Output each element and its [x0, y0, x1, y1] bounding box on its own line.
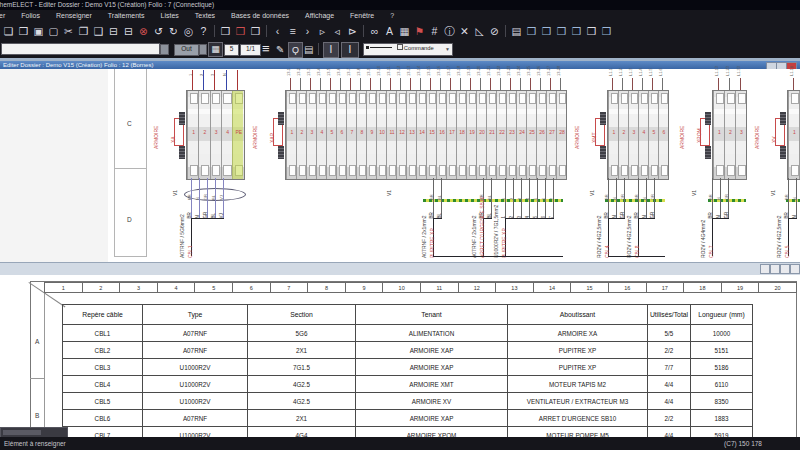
window-close-icon[interactable]: ❒: [233, 23, 248, 39]
menu-item-listes[interactable]: Listes: [153, 10, 187, 22]
terminal-number: 26: [537, 129, 547, 135]
scale-field[interactable]: 5: [224, 44, 239, 56]
drop-wire-label: 2: [510, 198, 514, 200]
menu-item-textes[interactable]: Textes: [187, 10, 223, 22]
cut-icon[interactable]: ✂: [61, 23, 76, 39]
folio-list-icon[interactable]: ≡: [285, 23, 300, 39]
form-window-2-icon[interactable]: ❒: [539, 23, 554, 39]
terminal-number: 22: [497, 129, 507, 135]
scroll-first-button[interactable]: [760, 264, 770, 274]
line-sample: [370, 47, 392, 48]
menu-item-traitements[interactable]: Traitements: [100, 10, 153, 22]
table-row: CBL5U1000R2V4G2.5ARMOIRE XVVENTILATEUR /…: [63, 393, 753, 410]
wire-style-combobox[interactable]: Commande ▼: [363, 43, 453, 56]
folio-border-line: [146, 69, 147, 257]
menu-item-affichage[interactable]: Affichage: [297, 10, 342, 22]
cable-dest-label: PUPITRE XP: [430, 228, 435, 258]
undo-icon[interactable]: ↺: [151, 23, 166, 39]
scroll-last-button[interactable]: [790, 264, 800, 274]
grid-toggle-button[interactable]: ▦: [208, 42, 223, 57]
wire-label: 13-4: [317, 68, 321, 76]
pencil-icon[interactable]: ✎: [276, 42, 284, 57]
menu-item-renseigner[interactable]: Renseigner: [48, 10, 100, 22]
print-setup-icon[interactable]: ⊟: [121, 23, 136, 39]
status-bar: Elément à renseigner (C7) 150 178: [0, 437, 800, 450]
link-component-icon[interactable]: ∞: [367, 23, 382, 39]
clipboard-form-icon[interactable]: ▤: [509, 23, 524, 39]
form-window-5-icon[interactable]: ❒: [584, 23, 599, 39]
out-field[interactable]: Out: [174, 44, 199, 56]
terminal-number: 4: [317, 129, 327, 135]
hamburger-icon[interactable]: ≡: [262, 40, 270, 58]
table-cell: CBL5: [63, 393, 143, 410]
main-toolbar: ❏❒▣▢✂❐❑⊟⊟⊗↺↻◎?❒❒❒‹≡›▹◃⊳∞A▦⚑#ⓘ✕◺⊘▤❒❒❒❒❒❒: [0, 22, 800, 40]
save-icon[interactable]: ▣: [31, 23, 46, 39]
grid-column-number: 19: [722, 282, 760, 293]
chevron-down-icon[interactable]: ▼: [445, 46, 450, 52]
style-checkbox[interactable]: [397, 44, 403, 50]
table-row: CBL1A07RNF5G6ALIMENTATIONARMOIRE XA5/510…: [63, 325, 753, 342]
row-separator: [30, 378, 44, 379]
book-icon[interactable]: ▤: [304, 42, 313, 57]
form-window-6-icon[interactable]: ❒: [599, 23, 614, 39]
target-icon[interactable]: ◎: [181, 23, 196, 39]
redo-icon[interactable]: ↻: [166, 23, 181, 39]
line-tool-icon[interactable]: I: [323, 42, 339, 58]
menu-item-folios[interactable]: Folios: [13, 10, 48, 22]
out-button[interactable]: [199, 44, 207, 55]
form-window-4-icon[interactable]: ❒: [569, 23, 584, 39]
horizontal-scrollbar[interactable]: [0, 262, 800, 275]
wire-collector-bar: [788, 218, 797, 219]
drop-wire-label: BL: [488, 195, 492, 200]
pointer-send-icon[interactable]: ⊳: [345, 23, 360, 39]
line-circle-tool-icon[interactable]: I: [341, 42, 359, 58]
table-cell: U1000R2V: [143, 393, 248, 410]
selection-marquee-icon[interactable]: ▢: [46, 23, 61, 39]
component-combobox[interactable]: [1, 43, 160, 55]
symbol-box-icon[interactable]: ▦: [397, 23, 412, 39]
help-icon[interactable]: ?: [196, 23, 211, 39]
form-window-1-icon[interactable]: ❒: [524, 23, 539, 39]
text-tool-icon[interactable]: A: [382, 23, 397, 39]
erase-icon[interactable]: ✕: [457, 23, 472, 39]
drop-wire-label: BL: [438, 195, 442, 200]
pages-field[interactable]: 1/1: [240, 44, 261, 56]
form-window-3-icon[interactable]: ❒: [554, 23, 569, 39]
window-title: SchemELECT - Editer Dossier : Demo V15 (…: [0, 0, 214, 10]
cable-run-name: V1: [771, 190, 776, 196]
print-icon[interactable]: ⊟: [106, 23, 121, 39]
window-save-icon[interactable]: ❒: [248, 23, 263, 39]
window-normal-icon[interactable]: ❒: [218, 23, 233, 39]
copy-icon[interactable]: ❐: [76, 23, 91, 39]
rail-end-stop: [179, 112, 185, 125]
set-square-icon[interactable]: ◺: [472, 23, 487, 39]
pointer-flag-icon[interactable]: ◃: [330, 23, 345, 39]
scroll-prev-button[interactable]: [770, 264, 780, 274]
delete-icon[interactable]: ⊗: [136, 23, 151, 39]
previous-folio-icon[interactable]: ‹: [270, 23, 285, 39]
menu-item-?[interactable]: ?: [382, 10, 402, 22]
info-icon[interactable]: ⓘ: [442, 23, 457, 39]
paste-icon[interactable]: ❑: [91, 23, 106, 39]
table-cell: VENTILATEUR / EXTRACTEUR M3: [508, 393, 648, 410]
terminal-number: 1: [188, 129, 199, 135]
grid-icon[interactable]: #: [427, 23, 442, 39]
table-cell: ARMOIRE XAP: [356, 342, 508, 359]
menu-item-editer[interactable]: Editer: [0, 10, 13, 22]
next-folio-icon[interactable]: ›: [300, 23, 315, 39]
pointer-icon[interactable]: ▹: [315, 23, 330, 39]
pin-tool-icon[interactable]: Ϙ: [288, 42, 303, 58]
terminal-number: 1: [287, 129, 297, 135]
open-folder-icon[interactable]: ❒: [16, 23, 31, 39]
scroll-next-button[interactable]: [780, 264, 790, 274]
hide-layer-icon[interactable]: ⊘: [487, 23, 502, 39]
new-document-icon[interactable]: ❏: [1, 23, 16, 39]
wire-label: 13-28: [557, 66, 561, 76]
menu-item-bases-de-donn-es[interactable]: Bases de données: [223, 10, 297, 22]
terminal-strip-tag-label: XMT: [592, 132, 597, 143]
terminal-number: 14: [417, 129, 427, 135]
combobox-button[interactable]: [160, 44, 169, 55]
menu-item-fen-tre[interactable]: Fenêtre: [342, 10, 382, 22]
marker-icon[interactable]: ⚑: [412, 23, 427, 39]
drop-wire-label: BL: [212, 195, 216, 200]
